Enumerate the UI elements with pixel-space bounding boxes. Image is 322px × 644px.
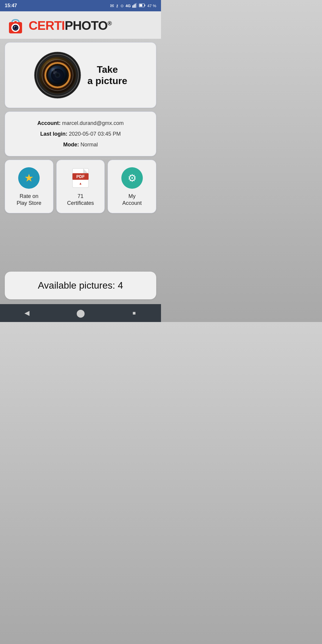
available-pictures-bar: Available pictures: 4 <box>5 272 156 299</box>
location-icon: ⊙ <box>120 4 124 8</box>
main-content: Take a picture Account: marcel.durand@gm… <box>0 39 161 272</box>
network-indicator: 4G <box>126 4 131 8</box>
svg-point-12 <box>14 27 15 27</box>
certificates-label: 71 Certificates <box>67 193 94 207</box>
account-email: marcel.durand@gmx.com <box>62 120 123 126</box>
nav-recent-button[interactable]: ■ <box>125 306 143 320</box>
action-row: ★ Rate on Play Store PDF <box>5 160 156 213</box>
svg-rect-13 <box>14 21 17 22</box>
star-icon: ★ <box>24 172 34 184</box>
status-time: 15:47 <box>5 3 17 8</box>
camera-lens-image <box>34 51 81 99</box>
battery-percent: 47 % <box>147 4 156 8</box>
rate-label: Rate on Play Store <box>17 193 41 207</box>
gmail-icon: ✉ <box>110 3 114 9</box>
svg-text:▲: ▲ <box>79 182 82 185</box>
take-picture-label: Take a picture <box>87 64 127 87</box>
my-account-label: My Account <box>122 193 142 207</box>
take-picture-card[interactable]: Take a picture <box>5 42 156 108</box>
key-icon: ⚷ <box>116 4 119 8</box>
svg-rect-6 <box>145 4 145 6</box>
status-bar: 15:47 ✉ ⚷ ⊙ 4G 47 % <box>0 0 161 11</box>
status-icons: ✉ ⚷ ⊙ 4G 47 % <box>110 3 156 9</box>
svg-rect-5 <box>140 4 142 7</box>
last-login-row: Last login: 2020-05-07 03:45 PM <box>12 129 149 139</box>
mode-value: Normal <box>80 142 98 148</box>
app-logo-text: CERTIPHOTO® <box>29 18 112 33</box>
nav-back-button[interactable]: ◀ <box>18 306 36 320</box>
last-login-value: 2020-05-07 03:45 PM <box>69 131 121 137</box>
spacer <box>5 217 156 268</box>
account-row: Account: marcel.durand@gmx.com <box>12 118 149 129</box>
account-info-card: Account: marcel.durand@gmx.com Last logi… <box>5 112 156 156</box>
gear-icon: ⚙ <box>128 172 137 184</box>
signal-icon <box>132 3 137 9</box>
logo-photo: PHOTO <box>65 18 108 32</box>
my-account-button[interactable]: ⚙ My Account <box>108 160 156 213</box>
pdf-icon: PDF ▲ <box>72 168 89 188</box>
svg-rect-1 <box>134 4 134 8</box>
gear-icon-circle: ⚙ <box>121 167 143 189</box>
app-logo-icon <box>6 16 25 35</box>
svg-rect-0 <box>132 5 133 8</box>
nav-bar: ◀ ⬤ ■ <box>0 304 161 322</box>
svg-rect-2 <box>135 4 136 8</box>
svg-point-26 <box>56 74 59 77</box>
available-count: 4 <box>118 280 123 291</box>
pdf-icon-wrap: PDF ▲ <box>70 167 91 189</box>
svg-text:PDF: PDF <box>76 174 85 179</box>
svg-rect-3 <box>136 3 137 8</box>
svg-point-27 <box>51 68 55 72</box>
app-header: CERTIPHOTO® <box>0 11 161 39</box>
rate-play-store-button[interactable]: ★ Rate on Play Store <box>5 160 53 213</box>
nav-home-button[interactable]: ⬤ <box>72 306 89 320</box>
logo-certi: CERTI <box>29 18 65 32</box>
battery-icon <box>139 4 145 8</box>
rate-icon-circle: ★ <box>18 167 40 189</box>
certificates-button[interactable]: PDF ▲ 71 Certificates <box>56 160 105 213</box>
logo-reg: ® <box>108 20 112 27</box>
mode-row: Mode: Normal <box>12 139 149 150</box>
